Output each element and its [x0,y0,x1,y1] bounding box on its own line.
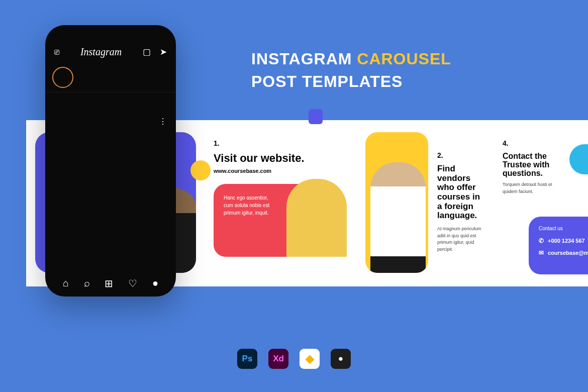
activity-icon[interactable]: ♡ [128,277,137,289]
profile-icon[interactable]: ● [152,277,158,289]
more-icon[interactable]: ⋮ [159,117,167,126]
body-text: Torquem detraxit hosti et quidem faciunt… [503,181,568,195]
mail-icon: ✉ [539,249,544,256]
person-image [286,179,347,257]
figma-icon: ● [331,349,351,369]
camera-icon[interactable]: ⎚ [54,47,59,57]
phone-row: ✆+000 1234 567 [539,237,588,244]
slide-2: 1. Visit our website. www.coursebase.com… [205,120,360,286]
step-number: 1. [214,139,351,147]
xd-icon: Xd [268,349,288,369]
contact-card: Contact us ✆+000 1234 567 ✉coursebase@ma… [529,217,588,274]
step-number: 2. [437,151,486,159]
page-title: INSTAGRAM CAROUSELPOST TEMPLATES [251,48,451,93]
website-url: www.coursebase.com [214,168,351,174]
phone-mockup: ⎚ Instagram ▢ ➤ ⋮ ⌂ ⌕ ⊞ ♡ ● [45,25,176,297]
igtv-icon[interactable]: ▢ [143,47,151,57]
red-card: Hanc ego assentior, cum soluta nobis est… [214,184,314,257]
step-title: Find vendors who offer courses in a fore… [437,164,486,221]
slide-4: 4. Contact the Trustee with questions. T… [494,120,588,286]
messages-icon[interactable]: ➤ [160,47,167,57]
step-title: Contact the Trustee with questions. [503,152,568,177]
title-highlight: CAROUSEL [357,50,451,68]
app-icons-row: Ps Xd ◆ ● [237,349,351,369]
instagram-logo: Instagram [80,46,122,58]
add-icon[interactable]: ⊞ [105,277,113,289]
photoshop-icon: Ps [237,349,257,369]
accent-shape [569,144,588,174]
phone-icon: ✆ [539,237,544,244]
phone-notch [80,25,141,38]
step-number: 4. [503,139,588,147]
title-part-1: INSTAGRAM [251,50,357,68]
person-image [370,162,426,273]
body-text: Hanc ego assentior, cum soluta nobis est… [224,194,279,217]
step-title: Visit our website. [214,152,351,164]
accent-square [309,109,323,124]
email-row: ✉coursebase@mail. [539,249,588,256]
story-avatar[interactable] [52,67,73,88]
contact-label: Contact us [539,226,588,231]
search-icon[interactable]: ⌕ [84,277,90,289]
home-icon[interactable]: ⌂ [63,277,69,289]
bottom-nav: ⌂ ⌕ ⊞ ♡ ● [45,277,176,289]
story-row [45,63,176,92]
sketch-icon: ◆ [300,349,320,369]
title-part-2: POST TEMPLATES [251,72,403,90]
slide-3: 2. Find vendors who offer courses in a f… [360,120,494,286]
yellow-card [365,132,428,273]
body-text: At magnum periculum adiit in quo quid es… [437,226,486,253]
